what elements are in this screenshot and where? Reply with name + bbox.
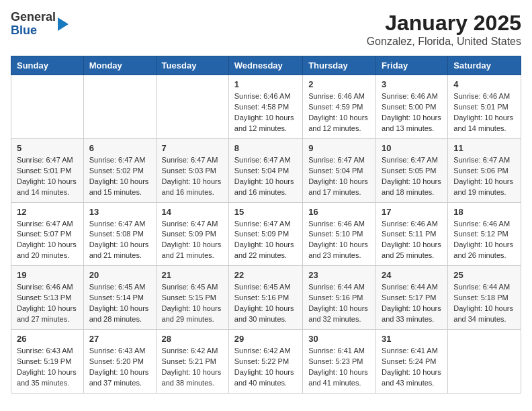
logo-blue: Blue: [11, 24, 56, 38]
calendar-cell: 1Sunrise: 6:46 AM Sunset: 4:58 PM Daylig…: [228, 75, 302, 139]
calendar-day-header: Sunday: [11, 56, 84, 75]
day-info: Sunrise: 6:44 AM Sunset: 5:18 PM Dayligh…: [453, 282, 515, 325]
calendar-week-row: 5Sunrise: 6:47 AM Sunset: 5:01 PM Daylig…: [11, 138, 521, 202]
calendar-cell: [11, 75, 84, 139]
calendar-cell: 27Sunrise: 6:43 AM Sunset: 5:20 PM Dayli…: [83, 330, 156, 394]
calendar-cell: 22Sunrise: 6:45 AM Sunset: 5:16 PM Dayli…: [228, 266, 302, 330]
day-info: Sunrise: 6:47 AM Sunset: 5:07 PM Dayligh…: [17, 219, 78, 262]
calendar-cell: 18Sunrise: 6:46 AM Sunset: 5:12 PM Dayli…: [448, 202, 521, 266]
day-info: Sunrise: 6:45 AM Sunset: 5:15 PM Dayligh…: [162, 282, 223, 325]
day-number: 4: [453, 79, 515, 89]
day-number: 7: [162, 143, 223, 153]
day-info: Sunrise: 6:42 AM Sunset: 5:21 PM Dayligh…: [162, 346, 223, 389]
calendar-week-row: 12Sunrise: 6:47 AM Sunset: 5:07 PM Dayli…: [11, 202, 521, 266]
day-info: Sunrise: 6:44 AM Sunset: 5:16 PM Dayligh…: [308, 282, 370, 325]
day-info: Sunrise: 6:47 AM Sunset: 5:01 PM Dayligh…: [17, 155, 78, 198]
day-number: 27: [89, 334, 150, 344]
day-info: Sunrise: 6:47 AM Sunset: 5:08 PM Dayligh…: [89, 219, 150, 262]
day-number: 15: [234, 207, 297, 217]
day-number: 2: [308, 79, 370, 89]
day-number: 16: [308, 207, 370, 217]
day-info: Sunrise: 6:41 AM Sunset: 5:24 PM Dayligh…: [382, 346, 442, 389]
calendar-cell: 19Sunrise: 6:46 AM Sunset: 5:13 PM Dayli…: [11, 266, 84, 330]
calendar-cell: 25Sunrise: 6:44 AM Sunset: 5:18 PM Dayli…: [448, 266, 521, 330]
day-info: Sunrise: 6:47 AM Sunset: 5:09 PM Dayligh…: [234, 219, 297, 262]
calendar-cell: 28Sunrise: 6:42 AM Sunset: 5:21 PM Dayli…: [156, 330, 228, 394]
day-number: 24: [382, 270, 442, 280]
page-title: January 2025: [367, 11, 521, 36]
day-number: 23: [308, 270, 370, 280]
day-info: Sunrise: 6:45 AM Sunset: 5:16 PM Dayligh…: [234, 282, 297, 325]
calendar-cell: 14Sunrise: 6:47 AM Sunset: 5:09 PM Dayli…: [156, 202, 228, 266]
logo: General Blue: [11, 11, 69, 38]
page-header: General Blue January 2025 Gonzalez, Flor…: [11, 11, 521, 48]
day-number: 3: [382, 79, 442, 89]
calendar-cell: 6Sunrise: 6:47 AM Sunset: 5:02 PM Daylig…: [83, 138, 156, 202]
day-info: Sunrise: 6:44 AM Sunset: 5:17 PM Dayligh…: [382, 282, 442, 325]
day-number: 9: [308, 143, 370, 153]
day-info: Sunrise: 6:46 AM Sunset: 5:12 PM Dayligh…: [453, 219, 515, 262]
calendar-cell: 11Sunrise: 6:47 AM Sunset: 5:06 PM Dayli…: [448, 138, 521, 202]
day-number: 28: [162, 334, 223, 344]
day-number: 19: [17, 270, 78, 280]
day-number: 11: [453, 143, 515, 153]
calendar-cell: 4Sunrise: 6:46 AM Sunset: 5:01 PM Daylig…: [448, 75, 521, 139]
day-info: Sunrise: 6:45 AM Sunset: 5:14 PM Dayligh…: [89, 282, 150, 325]
day-info: Sunrise: 6:42 AM Sunset: 5:22 PM Dayligh…: [234, 346, 297, 389]
calendar-cell: [448, 330, 521, 394]
day-info: Sunrise: 6:47 AM Sunset: 5:03 PM Dayligh…: [162, 155, 223, 198]
calendar-cell: 29Sunrise: 6:42 AM Sunset: 5:22 PM Dayli…: [228, 330, 302, 394]
calendar-week-row: 1Sunrise: 6:46 AM Sunset: 4:58 PM Daylig…: [11, 75, 521, 139]
calendar-cell: 23Sunrise: 6:44 AM Sunset: 5:16 PM Dayli…: [303, 266, 376, 330]
day-number: 21: [162, 270, 223, 280]
day-number: 26: [17, 334, 78, 344]
calendar-cell: 20Sunrise: 6:45 AM Sunset: 5:14 PM Dayli…: [83, 266, 156, 330]
day-info: Sunrise: 6:47 AM Sunset: 5:05 PM Dayligh…: [382, 155, 442, 198]
calendar-cell: 9Sunrise: 6:47 AM Sunset: 5:04 PM Daylig…: [303, 138, 376, 202]
calendar-cell: 5Sunrise: 6:47 AM Sunset: 5:01 PM Daylig…: [11, 138, 84, 202]
calendar-cell: [156, 75, 228, 139]
day-number: 29: [234, 334, 297, 344]
day-info: Sunrise: 6:46 AM Sunset: 4:59 PM Dayligh…: [308, 91, 370, 134]
calendar-cell: 16Sunrise: 6:46 AM Sunset: 5:10 PM Dayli…: [303, 202, 376, 266]
day-number: 18: [453, 207, 515, 217]
calendar-cell: 26Sunrise: 6:43 AM Sunset: 5:19 PM Dayli…: [11, 330, 84, 394]
calendar-header-row: SundayMondayTuesdayWednesdayThursdayFrid…: [11, 56, 521, 75]
day-number: 31: [382, 334, 442, 344]
page-subtitle: Gonzalez, Florida, United States: [367, 36, 521, 48]
calendar-day-header: Saturday: [448, 56, 521, 75]
day-number: 14: [162, 207, 223, 217]
day-info: Sunrise: 6:46 AM Sunset: 5:11 PM Dayligh…: [382, 219, 442, 262]
day-info: Sunrise: 6:43 AM Sunset: 5:20 PM Dayligh…: [89, 346, 150, 389]
day-number: 13: [89, 207, 150, 217]
calendar-day-header: Monday: [83, 56, 156, 75]
day-number: 5: [17, 143, 78, 153]
day-number: 6: [89, 143, 150, 153]
day-number: 30: [308, 334, 370, 344]
calendar-cell: 12Sunrise: 6:47 AM Sunset: 5:07 PM Dayli…: [11, 202, 84, 266]
day-info: Sunrise: 6:46 AM Sunset: 5:00 PM Dayligh…: [382, 91, 442, 134]
day-number: 20: [89, 270, 150, 280]
calendar-cell: 10Sunrise: 6:47 AM Sunset: 5:05 PM Dayli…: [376, 138, 448, 202]
calendar-week-row: 19Sunrise: 6:46 AM Sunset: 5:13 PM Dayli…: [11, 266, 521, 330]
day-number: 1: [234, 79, 297, 89]
calendar-cell: 3Sunrise: 6:46 AM Sunset: 5:00 PM Daylig…: [376, 75, 448, 139]
calendar-cell: 7Sunrise: 6:47 AM Sunset: 5:03 PM Daylig…: [156, 138, 228, 202]
day-info: Sunrise: 6:43 AM Sunset: 5:19 PM Dayligh…: [17, 346, 78, 389]
day-info: Sunrise: 6:47 AM Sunset: 5:06 PM Dayligh…: [453, 155, 515, 198]
calendar-cell: 31Sunrise: 6:41 AM Sunset: 5:24 PM Dayli…: [376, 330, 448, 394]
calendar-cell: 15Sunrise: 6:47 AM Sunset: 5:09 PM Dayli…: [228, 202, 302, 266]
logo-text: General Blue: [11, 11, 56, 38]
day-info: Sunrise: 6:46 AM Sunset: 5:01 PM Dayligh…: [453, 91, 515, 134]
day-info: Sunrise: 6:47 AM Sunset: 5:02 PM Dayligh…: [89, 155, 150, 198]
calendar-day-header: Thursday: [303, 56, 376, 75]
calendar-cell: [83, 75, 156, 139]
calendar-day-header: Tuesday: [156, 56, 228, 75]
calendar-body: 1Sunrise: 6:46 AM Sunset: 4:58 PM Daylig…: [11, 75, 521, 394]
calendar-week-row: 26Sunrise: 6:43 AM Sunset: 5:19 PM Dayli…: [11, 330, 521, 394]
day-number: 25: [453, 270, 515, 280]
calendar-day-header: Friday: [376, 56, 448, 75]
title-block: January 2025 Gonzalez, Florida, United S…: [367, 11, 521, 48]
calendar-cell: 17Sunrise: 6:46 AM Sunset: 5:11 PM Dayli…: [376, 202, 448, 266]
day-info: Sunrise: 6:41 AM Sunset: 5:23 PM Dayligh…: [308, 346, 370, 389]
